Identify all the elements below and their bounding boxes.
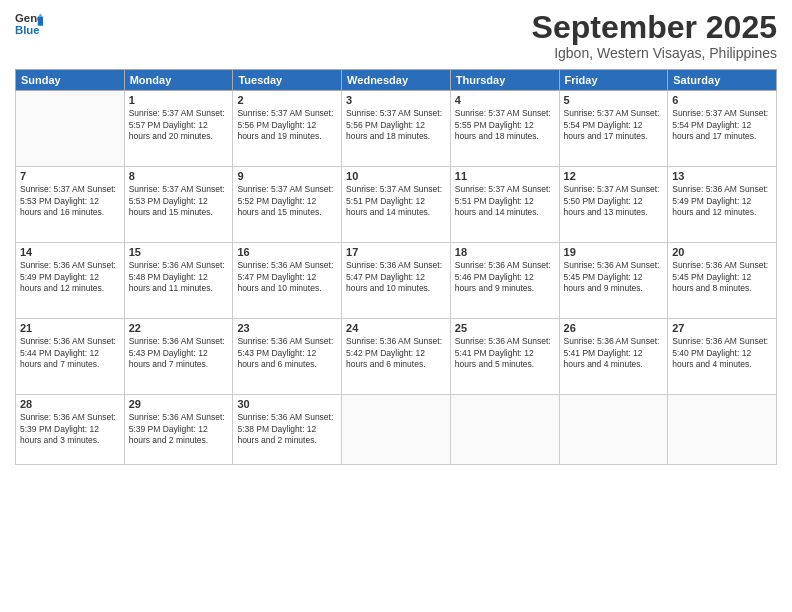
calendar-cell: 15Sunrise: 5:36 AM Sunset: 5:48 PM Dayli…: [124, 243, 233, 319]
calendar-cell: 14Sunrise: 5:36 AM Sunset: 5:49 PM Dayli…: [16, 243, 125, 319]
day-number: 28: [20, 398, 120, 410]
calendar-cell: [559, 395, 668, 465]
day-info: Sunrise: 5:37 AM Sunset: 5:54 PM Dayligh…: [672, 108, 772, 142]
calendar-cell: [450, 395, 559, 465]
day-number: 26: [564, 322, 664, 334]
calendar-cell: 25Sunrise: 5:36 AM Sunset: 5:41 PM Dayli…: [450, 319, 559, 395]
day-info: Sunrise: 5:36 AM Sunset: 5:49 PM Dayligh…: [20, 260, 120, 294]
calendar-cell: [342, 395, 451, 465]
day-number: 12: [564, 170, 664, 182]
calendar-week-row: 7Sunrise: 5:37 AM Sunset: 5:53 PM Daylig…: [16, 167, 777, 243]
calendar-cell: [668, 395, 777, 465]
day-number: 22: [129, 322, 229, 334]
day-number: 2: [237, 94, 337, 106]
calendar-week-row: 28Sunrise: 5:36 AM Sunset: 5:39 PM Dayli…: [16, 395, 777, 465]
day-number: 27: [672, 322, 772, 334]
day-number: 20: [672, 246, 772, 258]
calendar-cell: 30Sunrise: 5:36 AM Sunset: 5:38 PM Dayli…: [233, 395, 342, 465]
day-number: 11: [455, 170, 555, 182]
day-info: Sunrise: 5:37 AM Sunset: 5:51 PM Dayligh…: [346, 184, 446, 218]
day-number: 15: [129, 246, 229, 258]
calendar-week-row: 21Sunrise: 5:36 AM Sunset: 5:44 PM Dayli…: [16, 319, 777, 395]
day-number: 14: [20, 246, 120, 258]
calendar-cell: 19Sunrise: 5:36 AM Sunset: 5:45 PM Dayli…: [559, 243, 668, 319]
weekday-header-row: Sunday Monday Tuesday Wednesday Thursday…: [16, 70, 777, 91]
day-info: Sunrise: 5:37 AM Sunset: 5:53 PM Dayligh…: [129, 184, 229, 218]
day-info: Sunrise: 5:36 AM Sunset: 5:47 PM Dayligh…: [346, 260, 446, 294]
calendar-cell: 24Sunrise: 5:36 AM Sunset: 5:42 PM Dayli…: [342, 319, 451, 395]
day-info: Sunrise: 5:37 AM Sunset: 5:57 PM Dayligh…: [129, 108, 229, 142]
day-number: 24: [346, 322, 446, 334]
calendar-cell: 1Sunrise: 5:37 AM Sunset: 5:57 PM Daylig…: [124, 91, 233, 167]
calendar-cell: 8Sunrise: 5:37 AM Sunset: 5:53 PM Daylig…: [124, 167, 233, 243]
header: General Blue September 2025 Igbon, Weste…: [15, 10, 777, 61]
header-thursday: Thursday: [450, 70, 559, 91]
day-info: Sunrise: 5:36 AM Sunset: 5:42 PM Dayligh…: [346, 336, 446, 370]
day-number: 13: [672, 170, 772, 182]
svg-marker-2: [38, 17, 43, 26]
day-number: 21: [20, 322, 120, 334]
calendar-cell: 18Sunrise: 5:36 AM Sunset: 5:46 PM Dayli…: [450, 243, 559, 319]
calendar-cell: 21Sunrise: 5:36 AM Sunset: 5:44 PM Dayli…: [16, 319, 125, 395]
day-info: Sunrise: 5:37 AM Sunset: 5:56 PM Dayligh…: [237, 108, 337, 142]
header-monday: Monday: [124, 70, 233, 91]
day-info: Sunrise: 5:36 AM Sunset: 5:38 PM Dayligh…: [237, 412, 337, 446]
day-number: 23: [237, 322, 337, 334]
header-friday: Friday: [559, 70, 668, 91]
calendar-cell: 12Sunrise: 5:37 AM Sunset: 5:50 PM Dayli…: [559, 167, 668, 243]
day-number: 18: [455, 246, 555, 258]
day-number: 19: [564, 246, 664, 258]
day-info: Sunrise: 5:37 AM Sunset: 5:55 PM Dayligh…: [455, 108, 555, 142]
calendar-cell: 16Sunrise: 5:36 AM Sunset: 5:47 PM Dayli…: [233, 243, 342, 319]
header-saturday: Saturday: [668, 70, 777, 91]
logo: General Blue: [15, 10, 43, 38]
day-info: Sunrise: 5:36 AM Sunset: 5:39 PM Dayligh…: [129, 412, 229, 446]
day-info: Sunrise: 5:37 AM Sunset: 5:53 PM Dayligh…: [20, 184, 120, 218]
day-number: 30: [237, 398, 337, 410]
calendar-cell: 2Sunrise: 5:37 AM Sunset: 5:56 PM Daylig…: [233, 91, 342, 167]
day-info: Sunrise: 5:37 AM Sunset: 5:51 PM Dayligh…: [455, 184, 555, 218]
logo-icon: General Blue: [15, 10, 43, 38]
header-tuesday: Tuesday: [233, 70, 342, 91]
day-info: Sunrise: 5:37 AM Sunset: 5:52 PM Dayligh…: [237, 184, 337, 218]
calendar-cell: 20Sunrise: 5:36 AM Sunset: 5:45 PM Dayli…: [668, 243, 777, 319]
day-number: 10: [346, 170, 446, 182]
day-number: 1: [129, 94, 229, 106]
calendar-cell: 13Sunrise: 5:36 AM Sunset: 5:49 PM Dayli…: [668, 167, 777, 243]
day-number: 17: [346, 246, 446, 258]
day-info: Sunrise: 5:36 AM Sunset: 5:45 PM Dayligh…: [564, 260, 664, 294]
day-info: Sunrise: 5:36 AM Sunset: 5:45 PM Dayligh…: [672, 260, 772, 294]
calendar-cell: 27Sunrise: 5:36 AM Sunset: 5:40 PM Dayli…: [668, 319, 777, 395]
calendar-cell: 5Sunrise: 5:37 AM Sunset: 5:54 PM Daylig…: [559, 91, 668, 167]
day-info: Sunrise: 5:36 AM Sunset: 5:47 PM Dayligh…: [237, 260, 337, 294]
location: Igbon, Western Visayas, Philippines: [532, 45, 777, 61]
calendar-table: Sunday Monday Tuesday Wednesday Thursday…: [15, 69, 777, 465]
calendar-cell: 29Sunrise: 5:36 AM Sunset: 5:39 PM Dayli…: [124, 395, 233, 465]
calendar-cell: 6Sunrise: 5:37 AM Sunset: 5:54 PM Daylig…: [668, 91, 777, 167]
calendar-cell: 22Sunrise: 5:36 AM Sunset: 5:43 PM Dayli…: [124, 319, 233, 395]
calendar-week-row: 1Sunrise: 5:37 AM Sunset: 5:57 PM Daylig…: [16, 91, 777, 167]
svg-text:Blue: Blue: [15, 24, 40, 36]
day-info: Sunrise: 5:36 AM Sunset: 5:40 PM Dayligh…: [672, 336, 772, 370]
day-number: 16: [237, 246, 337, 258]
calendar-cell: 7Sunrise: 5:37 AM Sunset: 5:53 PM Daylig…: [16, 167, 125, 243]
day-number: 8: [129, 170, 229, 182]
day-info: Sunrise: 5:36 AM Sunset: 5:41 PM Dayligh…: [564, 336, 664, 370]
day-number: 4: [455, 94, 555, 106]
day-info: Sunrise: 5:37 AM Sunset: 5:56 PM Dayligh…: [346, 108, 446, 142]
day-info: Sunrise: 5:36 AM Sunset: 5:43 PM Dayligh…: [237, 336, 337, 370]
day-info: Sunrise: 5:37 AM Sunset: 5:50 PM Dayligh…: [564, 184, 664, 218]
title-block: September 2025 Igbon, Western Visayas, P…: [532, 10, 777, 61]
day-info: Sunrise: 5:36 AM Sunset: 5:49 PM Dayligh…: [672, 184, 772, 218]
day-info: Sunrise: 5:36 AM Sunset: 5:39 PM Dayligh…: [20, 412, 120, 446]
day-info: Sunrise: 5:36 AM Sunset: 5:46 PM Dayligh…: [455, 260, 555, 294]
header-wednesday: Wednesday: [342, 70, 451, 91]
day-number: 25: [455, 322, 555, 334]
page: General Blue September 2025 Igbon, Weste…: [0, 0, 792, 612]
calendar-week-row: 14Sunrise: 5:36 AM Sunset: 5:49 PM Dayli…: [16, 243, 777, 319]
day-number: 29: [129, 398, 229, 410]
calendar-cell: [16, 91, 125, 167]
calendar-cell: 9Sunrise: 5:37 AM Sunset: 5:52 PM Daylig…: [233, 167, 342, 243]
day-number: 5: [564, 94, 664, 106]
day-number: 6: [672, 94, 772, 106]
